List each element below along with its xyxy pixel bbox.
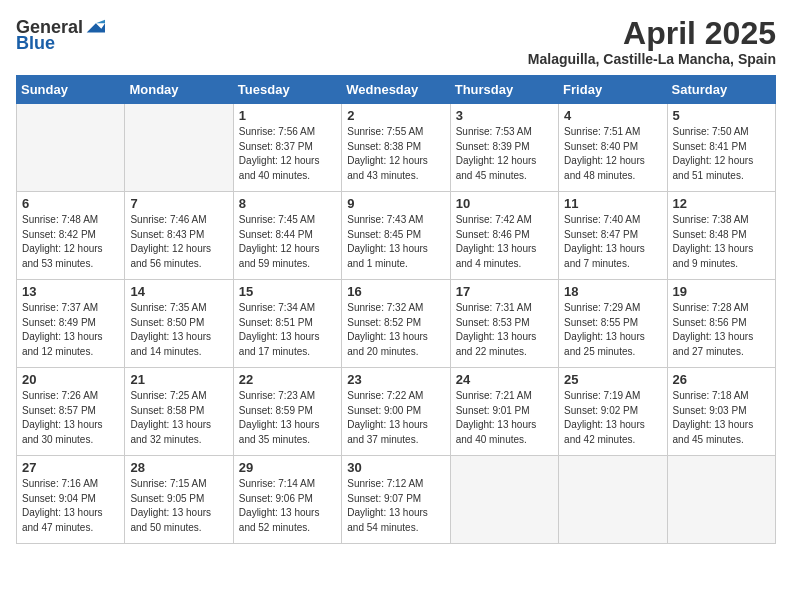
day-info: Sunrise: 7:43 AM Sunset: 8:45 PM Dayligh… [347, 213, 444, 271]
day-number: 11 [564, 196, 661, 211]
day-info: Sunrise: 7:42 AM Sunset: 8:46 PM Dayligh… [456, 213, 553, 271]
day-number: 4 [564, 108, 661, 123]
day-number: 6 [22, 196, 119, 211]
calendar-day-cell: 6Sunrise: 7:48 AM Sunset: 8:42 PM Daylig… [17, 192, 125, 280]
calendar-day-cell: 3Sunrise: 7:53 AM Sunset: 8:39 PM Daylig… [450, 104, 558, 192]
day-number: 13 [22, 284, 119, 299]
day-info: Sunrise: 7:16 AM Sunset: 9:04 PM Dayligh… [22, 477, 119, 535]
day-number: 22 [239, 372, 336, 387]
logo: General Blue [16, 16, 105, 52]
calendar-day-cell: 8Sunrise: 7:45 AM Sunset: 8:44 PM Daylig… [233, 192, 341, 280]
calendar-day-cell: 14Sunrise: 7:35 AM Sunset: 8:50 PM Dayli… [125, 280, 233, 368]
logo-icon [83, 16, 105, 38]
day-info: Sunrise: 7:14 AM Sunset: 9:06 PM Dayligh… [239, 477, 336, 535]
day-info: Sunrise: 7:23 AM Sunset: 8:59 PM Dayligh… [239, 389, 336, 447]
svg-marker-0 [87, 23, 105, 32]
day-number: 8 [239, 196, 336, 211]
day-of-week-header: Monday [125, 76, 233, 104]
day-of-week-header: Tuesday [233, 76, 341, 104]
calendar-day-cell [17, 104, 125, 192]
calendar-day-cell: 9Sunrise: 7:43 AM Sunset: 8:45 PM Daylig… [342, 192, 450, 280]
day-info: Sunrise: 7:50 AM Sunset: 8:41 PM Dayligh… [673, 125, 770, 183]
day-number: 10 [456, 196, 553, 211]
calendar-day-cell: 26Sunrise: 7:18 AM Sunset: 9:03 PM Dayli… [667, 368, 775, 456]
calendar-day-cell: 21Sunrise: 7:25 AM Sunset: 8:58 PM Dayli… [125, 368, 233, 456]
calendar-day-cell [559, 456, 667, 544]
calendar-week-row: 6Sunrise: 7:48 AM Sunset: 8:42 PM Daylig… [17, 192, 776, 280]
calendar-week-row: 27Sunrise: 7:16 AM Sunset: 9:04 PM Dayli… [17, 456, 776, 544]
calendar-day-cell: 28Sunrise: 7:15 AM Sunset: 9:05 PM Dayli… [125, 456, 233, 544]
calendar-day-cell: 12Sunrise: 7:38 AM Sunset: 8:48 PM Dayli… [667, 192, 775, 280]
day-info: Sunrise: 7:15 AM Sunset: 9:05 PM Dayligh… [130, 477, 227, 535]
day-info: Sunrise: 7:28 AM Sunset: 8:56 PM Dayligh… [673, 301, 770, 359]
calendar-day-cell: 29Sunrise: 7:14 AM Sunset: 9:06 PM Dayli… [233, 456, 341, 544]
calendar-day-cell: 2Sunrise: 7:55 AM Sunset: 8:38 PM Daylig… [342, 104, 450, 192]
day-number: 25 [564, 372, 661, 387]
day-info: Sunrise: 7:46 AM Sunset: 8:43 PM Dayligh… [130, 213, 227, 271]
calendar-day-cell: 11Sunrise: 7:40 AM Sunset: 8:47 PM Dayli… [559, 192, 667, 280]
day-info: Sunrise: 7:32 AM Sunset: 8:52 PM Dayligh… [347, 301, 444, 359]
day-info: Sunrise: 7:21 AM Sunset: 9:01 PM Dayligh… [456, 389, 553, 447]
day-of-week-header: Sunday [17, 76, 125, 104]
day-number: 16 [347, 284, 444, 299]
day-of-week-header: Wednesday [342, 76, 450, 104]
day-info: Sunrise: 7:34 AM Sunset: 8:51 PM Dayligh… [239, 301, 336, 359]
calendar-day-cell: 15Sunrise: 7:34 AM Sunset: 8:51 PM Dayli… [233, 280, 341, 368]
calendar-week-row: 20Sunrise: 7:26 AM Sunset: 8:57 PM Dayli… [17, 368, 776, 456]
logo-blue: Blue [16, 34, 55, 52]
calendar-day-cell: 16Sunrise: 7:32 AM Sunset: 8:52 PM Dayli… [342, 280, 450, 368]
day-info: Sunrise: 7:37 AM Sunset: 8:49 PM Dayligh… [22, 301, 119, 359]
day-number: 18 [564, 284, 661, 299]
day-info: Sunrise: 7:12 AM Sunset: 9:07 PM Dayligh… [347, 477, 444, 535]
calendar-day-cell: 4Sunrise: 7:51 AM Sunset: 8:40 PM Daylig… [559, 104, 667, 192]
calendar-day-cell: 22Sunrise: 7:23 AM Sunset: 8:59 PM Dayli… [233, 368, 341, 456]
calendar-day-cell: 1Sunrise: 7:56 AM Sunset: 8:37 PM Daylig… [233, 104, 341, 192]
day-number: 17 [456, 284, 553, 299]
day-info: Sunrise: 7:48 AM Sunset: 8:42 PM Dayligh… [22, 213, 119, 271]
day-info: Sunrise: 7:25 AM Sunset: 8:58 PM Dayligh… [130, 389, 227, 447]
calendar-subtitle: Malaguilla, Castille-La Mancha, Spain [528, 51, 776, 67]
calendar-title: April 2025 [528, 16, 776, 51]
calendar-week-row: 1Sunrise: 7:56 AM Sunset: 8:37 PM Daylig… [17, 104, 776, 192]
day-number: 20 [22, 372, 119, 387]
calendar-day-cell: 27Sunrise: 7:16 AM Sunset: 9:04 PM Dayli… [17, 456, 125, 544]
day-number: 15 [239, 284, 336, 299]
page-header: General Blue April 2025 Malaguilla, Cast… [16, 16, 776, 67]
calendar-day-cell [450, 456, 558, 544]
day-number: 7 [130, 196, 227, 211]
calendar-day-cell: 10Sunrise: 7:42 AM Sunset: 8:46 PM Dayli… [450, 192, 558, 280]
calendar-day-cell: 25Sunrise: 7:19 AM Sunset: 9:02 PM Dayli… [559, 368, 667, 456]
day-info: Sunrise: 7:22 AM Sunset: 9:00 PM Dayligh… [347, 389, 444, 447]
day-info: Sunrise: 7:55 AM Sunset: 8:38 PM Dayligh… [347, 125, 444, 183]
calendar-week-row: 13Sunrise: 7:37 AM Sunset: 8:49 PM Dayli… [17, 280, 776, 368]
day-info: Sunrise: 7:19 AM Sunset: 9:02 PM Dayligh… [564, 389, 661, 447]
calendar-day-cell: 7Sunrise: 7:46 AM Sunset: 8:43 PM Daylig… [125, 192, 233, 280]
day-number: 9 [347, 196, 444, 211]
day-number: 24 [456, 372, 553, 387]
calendar-day-cell: 24Sunrise: 7:21 AM Sunset: 9:01 PM Dayli… [450, 368, 558, 456]
calendar-day-cell: 5Sunrise: 7:50 AM Sunset: 8:41 PM Daylig… [667, 104, 775, 192]
day-of-week-header: Thursday [450, 76, 558, 104]
calendar-header-row: SundayMondayTuesdayWednesdayThursdayFrid… [17, 76, 776, 104]
day-number: 21 [130, 372, 227, 387]
calendar-day-cell: 20Sunrise: 7:26 AM Sunset: 8:57 PM Dayli… [17, 368, 125, 456]
day-number: 12 [673, 196, 770, 211]
title-block: April 2025 Malaguilla, Castille-La Manch… [528, 16, 776, 67]
day-info: Sunrise: 7:56 AM Sunset: 8:37 PM Dayligh… [239, 125, 336, 183]
day-info: Sunrise: 7:35 AM Sunset: 8:50 PM Dayligh… [130, 301, 227, 359]
day-info: Sunrise: 7:31 AM Sunset: 8:53 PM Dayligh… [456, 301, 553, 359]
day-number: 28 [130, 460, 227, 475]
day-number: 5 [673, 108, 770, 123]
day-info: Sunrise: 7:45 AM Sunset: 8:44 PM Dayligh… [239, 213, 336, 271]
calendar-day-cell: 18Sunrise: 7:29 AM Sunset: 8:55 PM Dayli… [559, 280, 667, 368]
calendar-table: SundayMondayTuesdayWednesdayThursdayFrid… [16, 75, 776, 544]
day-info: Sunrise: 7:29 AM Sunset: 8:55 PM Dayligh… [564, 301, 661, 359]
day-of-week-header: Friday [559, 76, 667, 104]
day-number: 27 [22, 460, 119, 475]
calendar-day-cell [125, 104, 233, 192]
day-number: 23 [347, 372, 444, 387]
day-number: 26 [673, 372, 770, 387]
day-info: Sunrise: 7:40 AM Sunset: 8:47 PM Dayligh… [564, 213, 661, 271]
day-number: 14 [130, 284, 227, 299]
calendar-day-cell: 30Sunrise: 7:12 AM Sunset: 9:07 PM Dayli… [342, 456, 450, 544]
